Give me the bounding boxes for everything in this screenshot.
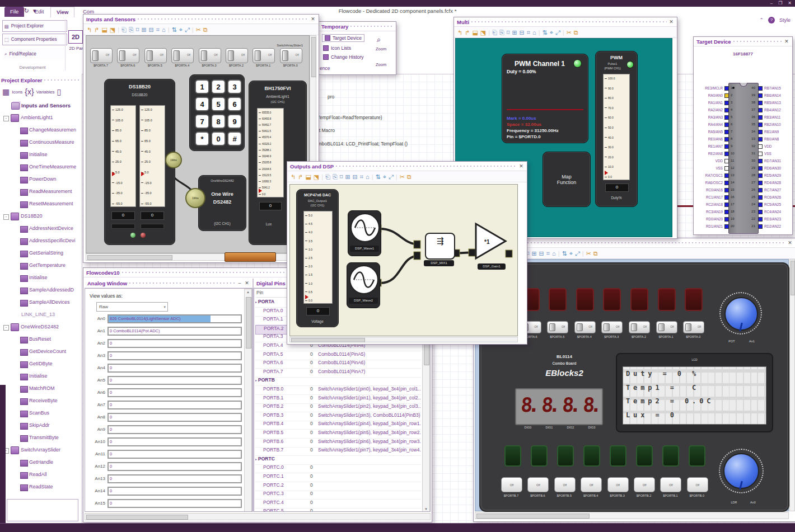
tree-item-macro[interactable]: OneTimeMeasureme [3, 162, 80, 173]
analog-input[interactable]: 0 [107, 401, 242, 409]
target-device-toggle[interactable]: Target Device [322, 34, 364, 42]
digital-pin-row[interactable]: PORTC.50 [255, 508, 421, 512]
toolbar-icon[interactable]: ⎗ [492, 29, 497, 36]
pin-square[interactable] [758, 224, 763, 229]
digital-pin-row[interactable]: PORTC.30 [255, 491, 421, 500]
pin-square[interactable] [724, 224, 729, 229]
board-switch[interactable]: Off [629, 321, 650, 333]
keypad-key-star[interactable]: * [195, 131, 209, 146]
keypad-key-1[interactable]: 1 [195, 79, 209, 94]
analog-input[interactable]: 0 [107, 413, 242, 422]
tree-item-section[interactable]: Inputs and Sensors [3, 101, 80, 112]
find-replace-button[interactable]: ⌕ Find/Replace [2, 48, 67, 60]
pin-square[interactable] [758, 195, 763, 200]
vertical-scrollbar[interactable] [789, 259, 795, 511]
toolbar-icon[interactable]: ⬔ [314, 173, 319, 180]
toolbar-icon[interactable]: ⌗ [360, 173, 363, 180]
digital-pin-row[interactable]: PORTB.40SwitchArraySlider1(pin4), keypad… [255, 421, 421, 430]
toggle-switch[interactable]: Off [90, 48, 113, 63]
expander-icon[interactable]: - [3, 214, 9, 220]
board-button[interactable]: Off [527, 477, 549, 492]
pin-square[interactable] [758, 166, 763, 171]
expander-icon[interactable]: - [3, 116, 9, 121]
toolbar-icon[interactable]: ⧉ [203, 26, 208, 33]
analog-input[interactable]: 0 ComboBL0114(Pot ADC) [107, 327, 242, 336]
board-button[interactable]: Off [687, 477, 708, 492]
pin-square[interactable] [724, 93, 729, 98]
toolbar-icon[interactable]: ⧉ [407, 173, 411, 180]
lux-slider[interactable]: 65535.060493.855452.750411.545370.440329… [257, 108, 284, 197]
tree-item-comp[interactable]: -AmbientLight1 [3, 113, 80, 124]
tree-item-macro[interactable]: SampleAddressedD [3, 285, 80, 296]
horizontal-scrollbar[interactable] [475, 512, 789, 519]
toolbar-icon[interactable]: ⬔ [480, 29, 486, 36]
toggle-switch[interactable]: Off [280, 48, 302, 63]
onewire-plug[interactable]: 1Wire [185, 188, 205, 208]
toolbar-icon[interactable]: ⌗ [527, 29, 530, 36]
slider-thumb[interactable] [305, 295, 308, 299]
toolbar-icon[interactable]: ↱ [94, 26, 99, 33]
keypad-key-3[interactable]: 3 [227, 79, 242, 94]
keypad-key-5[interactable]: 5 [211, 97, 226, 111]
toolbar-icon[interactable]: ⊞ [531, 250, 536, 257]
clipped-component[interactable] [225, 252, 276, 262]
analog-input[interactable]: 0 [107, 499, 242, 508]
toolbar-icon[interactable]: ⇅ [172, 26, 177, 33]
slider-thumb[interactable] [605, 171, 608, 175]
close-icon[interactable]: ✕ [784, 39, 789, 44]
icons-view-icon[interactable]: ▦ [2, 87, 10, 96]
close-button[interactable]: ✕ [788, 1, 792, 6]
map-function-box[interactable]: MapFunction [543, 152, 591, 207]
board-switch[interactable]: Off [547, 321, 568, 333]
board-button[interactable]: Off [554, 477, 576, 492]
pin-square[interactable] [758, 188, 763, 192]
board-switch[interactable]: Off [574, 321, 596, 333]
tree-item-comp[interactable]: -DS18B20 [3, 211, 80, 223]
digital-pin-row[interactable]: PORTA.60ComboBL0114(PinA6) [255, 360, 421, 369]
digital-pin-row[interactable]: PORTA.70ComboBL0114(PinA7) [255, 369, 421, 378]
analog-input[interactable]: 0 [107, 351, 242, 360]
toolbar-icon[interactable]: ⬔ [110, 26, 115, 33]
pin-square[interactable] [724, 108, 729, 112]
ldr-knob[interactable] [723, 453, 759, 489]
pin-square[interactable] [724, 137, 729, 142]
analog-input[interactable]: 0 [107, 474, 242, 483]
tree-item-macro[interactable]: Initialise [3, 150, 80, 161]
digital-pin-row[interactable]: PORTB.00SwitchArraySlider1(pin0), keypad… [255, 386, 421, 395]
close-icon[interactable]: ✕ [310, 16, 316, 22]
toolbar-icon[interactable]: ⤢ [555, 29, 560, 36]
pin-square[interactable] [758, 93, 763, 98]
pin-square[interactable] [758, 173, 763, 178]
temperature-slider[interactable]: 125.0105.085.065.045.025.05.0-15.0-35.0-… [139, 105, 165, 207]
view-values-dropdown[interactable]: Raw▾ [96, 302, 168, 312]
analog-input[interactable]: 0 [107, 364, 242, 373]
close-icon[interactable]: ✕ [668, 19, 674, 25]
minimize-icon[interactable]: – [237, 280, 242, 286]
toggle-switch[interactable]: Off [171, 48, 194, 63]
toolbar-icon[interactable]: ⇅ [562, 250, 567, 257]
tree-item-macro[interactable]: GetDeviceCount [3, 347, 80, 358]
digital-pin-row[interactable]: PORTB.10SwitchArraySlider1(pin1), keypad… [255, 395, 421, 404]
pin-square[interactable] [758, 115, 763, 120]
analog-input[interactable]: 0 [107, 487, 242, 496]
board-button[interactable]: Off [634, 477, 655, 492]
board-switch[interactable]: Off [683, 321, 704, 333]
pin-square[interactable] [758, 152, 763, 156]
analog-input[interactable]: 826 ComboBL0114(LightSensor ADC) [107, 314, 242, 323]
toggle-switch[interactable]: Off [117, 48, 139, 63]
toolbar-icon[interactable]: ⎘ [333, 173, 338, 180]
tree-item-macro[interactable]: ReceiveByte [3, 396, 80, 407]
tree-item-comp[interactable]: -SwitchArraySlider [3, 445, 80, 456]
toolbar-icon[interactable]: ⤢ [389, 173, 394, 180]
toggle-switch[interactable]: Off [226, 48, 248, 63]
pot-knob[interactable] [724, 297, 758, 331]
tree-item-macro[interactable]: Initialise [3, 371, 80, 383]
toolbar-icon[interactable]: ✂ [196, 26, 201, 33]
pin-square[interactable] [758, 130, 763, 134]
toolbar-icon[interactable]: ✂ [586, 250, 591, 257]
pin-square[interactable] [724, 181, 729, 185]
keypad-key-0[interactable]: 0 [211, 131, 226, 146]
toolbar-icon[interactable]: ⌂ [162, 26, 166, 33]
keypad-key-8[interactable]: 8 [211, 114, 226, 129]
analog-scrollbar[interactable]: ▲ [244, 289, 252, 512]
